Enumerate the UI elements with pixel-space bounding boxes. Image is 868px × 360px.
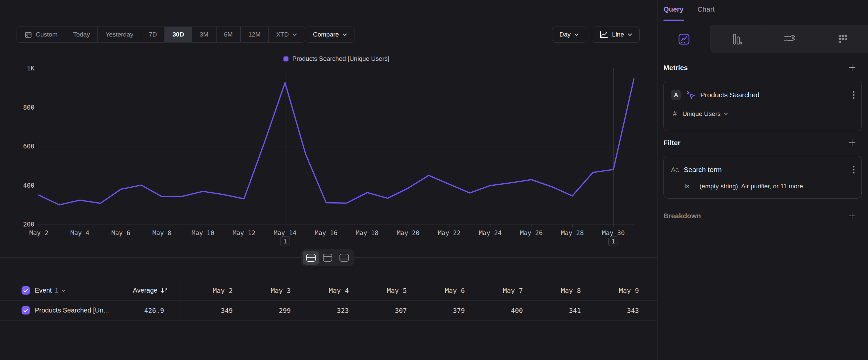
table-only-icon bbox=[339, 253, 349, 262]
chevron-down-icon bbox=[574, 33, 579, 36]
granularity-dropdown[interactable]: Day bbox=[552, 27, 586, 43]
x-axis-label: May 24 bbox=[479, 229, 502, 237]
sidebar-tab-bar: Query Chart bbox=[663, 5, 714, 18]
chart-type-dropdown[interactable]: Line bbox=[592, 27, 640, 43]
compare-button[interactable]: Compare bbox=[306, 27, 354, 43]
y-axis-label: 1K bbox=[27, 64, 34, 72]
x-axis-label: May 4 bbox=[70, 229, 89, 237]
table-date-header[interactable]: May 5 bbox=[349, 281, 407, 301]
table-value-cell: 379 bbox=[407, 301, 465, 321]
filter-section-header: Filter bbox=[657, 136, 868, 149]
table-date-header[interactable]: May 6 bbox=[407, 281, 465, 301]
results-table: Event 1 Average May 2May 3May 4May 5May … bbox=[0, 281, 657, 321]
table-date-header[interactable]: May 9 bbox=[581, 281, 639, 301]
date-range-control: Custom Today Yesterday 7D 30D 3M 6M 12M … bbox=[17, 27, 305, 43]
table-value-cell: 341 bbox=[523, 301, 581, 321]
layout-split-view-button[interactable] bbox=[303, 251, 319, 265]
retention-icon bbox=[783, 34, 796, 45]
metrics-heading: Metrics bbox=[663, 64, 688, 72]
filter-operator[interactable]: Is bbox=[684, 183, 689, 190]
kebab-menu-icon[interactable] bbox=[853, 165, 855, 174]
tab-query[interactable]: Query bbox=[663, 5, 684, 18]
row-average-value: 426.9 bbox=[90, 307, 164, 314]
legend-label[interactable]: Products Searched [Unique Users] bbox=[292, 55, 390, 62]
layout-toggle bbox=[301, 249, 354, 266]
table-header-row: Event 1 Average May 2May 3May 4May 5May … bbox=[0, 281, 657, 301]
line-chart-icon bbox=[599, 31, 609, 38]
kebab-menu-icon[interactable] bbox=[853, 91, 855, 99]
report-tab-retention[interactable] bbox=[763, 25, 816, 53]
report-tab-flows[interactable] bbox=[816, 25, 868, 53]
range-12m-button[interactable]: 12M bbox=[241, 27, 269, 42]
plus-icon[interactable] bbox=[848, 138, 857, 147]
main-panel: Custom Today Yesterday 7D 30D 3M 6M 12M … bbox=[0, 0, 657, 360]
metric-event-name[interactable]: Products Searched bbox=[700, 91, 848, 99]
range-3m-button[interactable]: 3M bbox=[192, 27, 216, 42]
x-axis-label: May 22 bbox=[438, 229, 461, 237]
filter-card[interactable]: Aa Search term Is (empty string), Air pu… bbox=[663, 156, 862, 199]
chevron-down-icon bbox=[628, 33, 632, 36]
y-axis-label: 400 bbox=[23, 182, 34, 189]
x-axis-label: May 2 bbox=[29, 229, 48, 237]
x-axis-label: May 16 bbox=[315, 229, 338, 237]
table-date-header[interactable]: May 8 bbox=[523, 281, 581, 301]
filter-value[interactable]: (empty string), Air purifier, or 11 more bbox=[700, 183, 803, 190]
x-axis-label: May 30 bbox=[602, 229, 625, 237]
filter-heading: Filter bbox=[663, 139, 680, 147]
event-dropdown[interactable]: Event 1 bbox=[35, 286, 66, 294]
x-axis-label: May 26 bbox=[520, 229, 543, 237]
range-7d-button[interactable]: 7D bbox=[141, 27, 165, 42]
report-tab-insights[interactable] bbox=[657, 25, 710, 53]
annotation-count: 1 bbox=[283, 238, 287, 245]
calendar-icon bbox=[25, 31, 32, 38]
metric-card[interactable]: A Products Searched # Unique Users bbox=[663, 81, 862, 131]
chevron-down-icon bbox=[292, 33, 297, 36]
x-axis-label: May 6 bbox=[112, 229, 130, 237]
check-icon bbox=[23, 308, 28, 312]
table-date-header[interactable]: May 3 bbox=[233, 281, 291, 301]
average-sort-header[interactable]: Average bbox=[90, 286, 167, 294]
x-axis-label: May 20 bbox=[397, 229, 420, 237]
filter-property-name[interactable]: Search term bbox=[684, 166, 848, 174]
chart-toolbar: Custom Today Yesterday 7D 30D 3M 6M 12M … bbox=[0, 27, 657, 43]
range-custom-button[interactable]: Custom bbox=[17, 27, 65, 42]
table-date-header[interactable]: May 4 bbox=[291, 281, 349, 301]
measure-dropdown[interactable]: Unique Users bbox=[682, 110, 728, 117]
plus-icon[interactable] bbox=[848, 212, 857, 220]
table-value-cell: 299 bbox=[233, 301, 291, 321]
legend-swatch bbox=[283, 56, 288, 61]
table-row[interactable]: Products Searched [Un... 426.9 349299323… bbox=[0, 301, 657, 321]
report-tab-funnels[interactable] bbox=[710, 25, 763, 53]
chevron-down-icon bbox=[342, 33, 347, 36]
annotation-badge[interactable] bbox=[609, 237, 618, 246]
layout-table-only-button[interactable] bbox=[336, 251, 352, 265]
range-30d-button[interactable]: 30D bbox=[165, 27, 192, 42]
annotation-badge[interactable] bbox=[280, 237, 290, 246]
line-chart: 2004006008001KMay 2May 4May 6May 8May 10… bbox=[0, 53, 657, 266]
metrics-section-header: Metrics bbox=[657, 61, 868, 74]
layout-chart-only-button[interactable] bbox=[319, 251, 336, 265]
range-today-button[interactable]: Today bbox=[65, 27, 98, 42]
range-yesterday-button[interactable]: Yesterday bbox=[98, 27, 141, 42]
series-letter-badge: A bbox=[671, 90, 681, 100]
select-all-checkbox[interactable] bbox=[22, 286, 30, 295]
chart-only-icon bbox=[322, 253, 333, 262]
x-axis-label: May 28 bbox=[561, 229, 584, 237]
plus-icon[interactable] bbox=[848, 63, 857, 72]
table-date-header[interactable]: May 2 bbox=[175, 281, 233, 301]
event-cursor-icon bbox=[686, 90, 695, 100]
tab-chart[interactable]: Chart bbox=[698, 5, 714, 18]
row-checkbox[interactable] bbox=[22, 306, 30, 314]
report-type-tabs bbox=[657, 25, 868, 53]
x-axis-label: May 12 bbox=[233, 229, 256, 237]
table-value-cell: 400 bbox=[465, 301, 523, 321]
table-date-header[interactable]: May 7 bbox=[465, 281, 523, 301]
breakdown-section-header: Breakdown bbox=[657, 209, 868, 222]
chevron-down-icon bbox=[724, 113, 728, 115]
x-axis-label: May 8 bbox=[153, 229, 172, 237]
table-row-values: 349299323307379400341343 bbox=[175, 301, 639, 321]
table-value-cell: 343 bbox=[581, 301, 639, 321]
annotation-count: 1 bbox=[611, 238, 615, 245]
range-xtd-button[interactable]: XTD bbox=[269, 27, 305, 42]
range-6m-button[interactable]: 6M bbox=[217, 27, 241, 42]
